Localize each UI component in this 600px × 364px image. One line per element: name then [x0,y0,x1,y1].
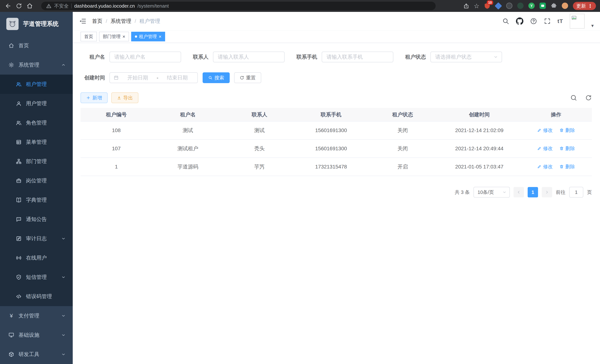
avatar[interactable] [570,14,585,28]
edit-link[interactable]: 修改 [537,127,553,134]
delete-link[interactable]: 删除 [559,127,575,134]
sidebar-item-online-users[interactable]: 在线用户 [0,248,73,268]
filter-status: 租户状态 请选择租户状态 [405,52,502,62]
search-button[interactable]: 搜索 [203,72,230,83]
sidebar-item-role[interactable]: 角色管理 [0,113,73,132]
sidebar-item-dict[interactable]: 字典管理 [0,190,73,210]
chrome-update-button[interactable]: 更新 ⋮ [573,2,596,10]
reload-icon[interactable] [15,2,23,10]
sidebar-item-system[interactable]: 系统管理 [0,55,73,75]
sidebar: 芋道管理系统 首页 系统管理 租户管理 用户管理 角色管理 [0,12,73,364]
close-icon[interactable]: × [159,34,161,39]
breadcrumb-system[interactable]: 系统管理 [111,18,131,25]
sidebar-item-infrastructure[interactable]: 基础设施 [0,326,73,345]
delete-link[interactable]: 删除 [559,145,575,152]
edit-link-label: 修改 [543,163,553,170]
gear-icon [8,62,14,68]
cell-name: 测试 [152,121,224,140]
add-button[interactable]: 新增 [81,92,108,103]
sidebar-item-label: 支付管理 [19,312,39,319]
sidebar-item-error-code[interactable]: 错误码管理 [0,287,73,306]
col-header-created: 创建时间 [438,108,520,121]
share-icon[interactable] [463,3,469,9]
sidebar-item-user[interactable]: 用户管理 [0,94,73,113]
contact-input[interactable] [213,52,285,62]
sidebar-logo[interactable]: 芋道管理系统 [0,12,73,36]
page-unit-label: 页 [587,189,592,196]
bookmark-star-icon[interactable]: ☆ [474,2,479,10]
breadcrumb-home[interactable]: 首页 [92,18,103,25]
refresh-icon[interactable] [585,94,592,101]
reset-button[interactable]: 重置 [234,72,261,83]
hamburger-icon[interactable] [79,18,86,25]
monitor-icon [8,332,14,338]
sidebar-item-sms[interactable]: 短信管理 [0,268,73,287]
edit-link[interactable]: 修改 [537,145,553,152]
sidebar-item-audit-log[interactable]: 审计日志 [0,229,73,248]
sidebar-item-menu[interactable]: 菜单管理 [0,132,73,152]
phone-input[interactable] [322,52,393,62]
search-icon[interactable] [502,18,509,25]
cell-status: 开启 [367,158,438,176]
sidebar-item-notice[interactable]: 通知公告 [0,210,73,229]
adblock-extension-icon[interactable]: 10 [484,3,490,9]
sidebar-item-tenant[interactable]: 租户管理 [0,75,73,94]
home-icon [8,42,14,49]
sidebar-item-label: 字典管理 [26,196,47,204]
edit-link-label: 修改 [543,145,553,152]
tab-dept[interactable]: 部门管理 × [99,32,129,41]
cell-actions: 修改 删除 [520,121,592,140]
prev-page-button[interactable] [514,187,524,197]
current-page-button[interactable]: 1 [528,187,538,197]
extension-icon-blue[interactable] [495,3,502,9]
next-page-button[interactable] [542,187,552,197]
font-size-icon[interactable]: tT [558,18,563,24]
fullscreen-icon[interactable] [544,18,551,25]
contact-label: 联系人 [193,53,208,60]
back-icon[interactable] [4,2,12,10]
status-select[interactable]: 请选择租户状态 [431,52,502,62]
breadcrumb-separator: / [106,18,107,24]
github-icon[interactable] [516,18,523,25]
toggle-search-icon[interactable] [570,94,577,101]
sidebar-item-home[interactable]: 首页 [0,36,73,55]
profile-avatar-icon[interactable] [562,3,568,9]
extensions-puzzle-icon[interactable] [551,3,557,9]
export-button[interactable]: 导出 [111,92,138,103]
extension-icon-globe[interactable] [506,3,513,9]
goto-page-input[interactable] [569,187,583,198]
sidebar-item-dept[interactable]: 部门管理 [0,152,73,171]
cell-name: 测试租户 [152,140,224,158]
tenant-name-label: 租户名 [81,53,105,60]
caret-down-icon[interactable]: ▾ [591,23,594,28]
page-size-select[interactable]: 10条/页 [473,187,510,198]
edit-link[interactable]: 修改 [537,163,553,170]
role-people-icon [16,120,22,126]
table-row: 1 芋道源码 芋艿 17321315478 开启 2021-01-05 17:0… [81,158,592,176]
filter-phone: 联系手机 [297,52,393,62]
home-browser-icon[interactable] [26,2,34,10]
tenant-name-input[interactable] [110,52,181,62]
chevron-down-icon [61,314,66,318]
browser-chrome: 不安全 dashboard.yudao.iocoder.cn/system/te… [0,0,600,12]
close-icon[interactable]: × [122,34,125,39]
sidebar-item-payment[interactable]: ¥ 支付管理 [0,306,73,326]
navbar: 首页 / 系统管理 / 租户管理 tT [73,12,600,30]
sidebar-item-label: 用户管理 [26,100,47,107]
extension-icon-chat[interactable] [540,3,546,9]
cell-actions: 修改 删除 [520,140,592,158]
address-bar[interactable]: 不安全 dashboard.yudao.iocoder.cn/system/te… [41,2,436,10]
col-header-name: 租户名 [152,108,224,121]
sidebar-item-post[interactable]: 岗位管理 [0,171,73,190]
date-range-picker[interactable]: 开始日期 - 结束日期 [110,72,198,83]
tab-tenant[interactable]: 租户管理 × [131,32,165,41]
help-icon[interactable] [530,18,537,25]
extension-icon-darkgreen[interactable] [517,3,524,9]
sidebar-item-devtools[interactable]: 研发工具 [0,345,73,364]
delete-link[interactable]: 删除 [559,163,575,170]
cell-phone: 15601691300 [295,140,367,158]
tab-home[interactable]: 首页 [81,32,97,41]
extension-icon-green-circle[interactable]: Y [528,3,535,9]
filter-create-time: 创建时间 开始日期 - 结束日期 [81,72,198,83]
col-header-phone: 联系手机 [295,108,367,121]
